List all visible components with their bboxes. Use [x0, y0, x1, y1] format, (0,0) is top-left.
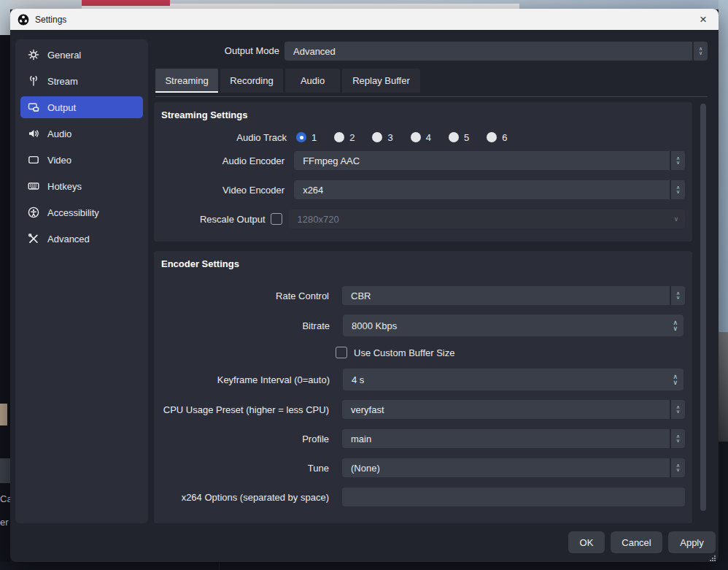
bitrate-row: Bitrate 8000 Kbps ∧ ∨: [161, 315, 685, 336]
sidebar-item-label: Hotkeys: [47, 181, 82, 192]
audio-encoder-row: Audio Encoder FFmpeg AAC ∧ ∨: [161, 151, 685, 170]
chevron-up-down-icon[interactable]: ∧ ∨: [670, 286, 685, 305]
radio-audio-track-1[interactable]: [296, 132, 306, 142]
tab-recording[interactable]: Recording: [220, 69, 283, 93]
video-encoder-value: x264: [294, 180, 670, 199]
resize-grip[interactable]: [708, 552, 716, 560]
bitrate-value: 8000 Kbps: [352, 320, 397, 331]
chevron-down-icon: ∨: [676, 409, 680, 414]
x264-options-input[interactable]: [342, 488, 685, 507]
titlebar[interactable]: Settings ×: [10, 9, 719, 30]
keyframe-interval-spinbox[interactable]: 4 s ∧ ∨: [343, 369, 684, 390]
radio-audio-track-4[interactable]: [411, 132, 421, 142]
profile-value: main: [342, 429, 670, 448]
background-left-detail: [0, 404, 7, 425]
spinner-arrows[interactable]: ∧ ∨: [673, 315, 678, 336]
rescale-resolution-value: 1280x720: [289, 209, 667, 228]
cpu-preset-select[interactable]: veryfast ∧ ∨: [342, 400, 685, 419]
profile-row: Profile main ∧ ∨: [161, 429, 685, 448]
antenna-icon: [28, 75, 39, 87]
accessibility-icon: [28, 207, 39, 218]
radio-audio-track-5[interactable]: [449, 132, 459, 142]
chevron-up-down-icon[interactable]: ∧ ∨: [692, 42, 708, 61]
cpu-preset-value: veryfast: [342, 400, 670, 419]
rate-control-select[interactable]: CBR ∧ ∨: [342, 286, 685, 305]
output-mode-value: Advanced: [284, 42, 692, 61]
radio-label: 2: [349, 132, 355, 143]
cancel-button[interactable]: Cancel: [611, 531, 662, 553]
rate-control-value: CBR: [342, 286, 670, 305]
use-custom-buffer-checkbox[interactable]: [336, 347, 347, 358]
chevron-up-down-icon[interactable]: ∧ ∨: [670, 151, 685, 170]
encoder-settings-panel: Encoder Settings Rate Control CBR ∧ ∨ Bi…: [154, 251, 692, 523]
tune-row: Tune (None) ∧ ∨: [161, 458, 685, 477]
section-title: Streaming Settings: [161, 109, 685, 124]
radio-label: 3: [387, 132, 392, 143]
audio-track-radio-group: 1 2 3 4 5 6: [296, 132, 524, 143]
sidebar-item-label: Stream: [47, 76, 78, 87]
profile-select[interactable]: main ∧ ∨: [342, 429, 685, 448]
rescale-resolution-select: 1280x720 ∨: [289, 209, 685, 228]
radio-audio-track-6[interactable]: [487, 132, 497, 142]
sidebar-item-general[interactable]: General: [20, 44, 143, 66]
x264-options-row: x264 Options (separated by space): [161, 488, 685, 507]
spinner-arrows[interactable]: ∧ ∨: [673, 369, 678, 390]
screen-share-icon: [28, 101, 39, 113]
bitrate-label: Bitrate: [161, 320, 330, 331]
sidebar-item-advanced[interactable]: Advanced: [20, 228, 143, 250]
desktop-sky-left: [0, 0, 10, 35]
chevron-up-down-icon[interactable]: ∧ ∨: [670, 458, 685, 477]
radio-audio-track-2[interactable]: [334, 132, 344, 142]
keyframe-interval-row: Keyframe Interval (0=auto) 4 s ∧ ∨: [161, 369, 685, 390]
section-title: Encoder Settings: [161, 258, 685, 273]
x264-options-label: x264 Options (separated by space): [161, 492, 329, 503]
output-tabs: Streaming Recording Audio Replay Buffer: [155, 69, 420, 93]
radio-label: 1: [311, 132, 317, 143]
sidebar-item-hotkeys[interactable]: Hotkeys: [20, 175, 143, 197]
sidebar-item-output[interactable]: Output: [20, 96, 143, 118]
background-text-fragment: er: [0, 517, 9, 528]
background-right-detail: [719, 332, 728, 442]
video-encoder-select[interactable]: x264 ∧ ∨: [294, 180, 685, 199]
apply-button[interactable]: Apply: [668, 531, 716, 553]
chevron-down-icon: ∨: [699, 51, 702, 55]
audio-track-row: Audio Track 1 2 3 4 5 6: [161, 128, 685, 146]
ok-button[interactable]: OK: [568, 531, 605, 553]
cpu-preset-label: CPU Usage Preset (higher = less CPU): [161, 404, 329, 415]
tab-audio[interactable]: Audio: [285, 69, 340, 93]
sidebar-item-stream[interactable]: Stream: [20, 70, 143, 92]
rescale-output-checkbox[interactable]: [271, 213, 282, 225]
tune-select[interactable]: (None) ∧ ∨: [342, 458, 685, 477]
gear-icon: [28, 49, 39, 61]
radio-audio-track-3[interactable]: [372, 132, 382, 142]
settings-sidebar: General Stream Output Audio Video: [15, 39, 148, 523]
scrollbar-thumb[interactable]: [700, 104, 706, 511]
tab-streaming[interactable]: Streaming: [155, 69, 218, 93]
cpu-preset-row: CPU Usage Preset (higher = less CPU) ver…: [161, 400, 685, 419]
audio-encoder-select[interactable]: FFmpeg AAC ∧ ∨: [294, 151, 685, 170]
desktop-sky-right: [719, 0, 728, 332]
keyboard-icon: [28, 180, 39, 192]
chevron-down-icon: ∨: [676, 296, 680, 300]
custom-buffer-row: Use Custom Buffer Size: [161, 347, 685, 358]
use-custom-buffer-label: Use Custom Buffer Size: [354, 347, 454, 358]
sidebar-item-label: Accessibility: [47, 207, 99, 218]
chevron-up-down-icon[interactable]: ∧ ∨: [670, 429, 685, 448]
tune-label: Tune: [161, 463, 329, 474]
close-icon[interactable]: ×: [695, 13, 711, 26]
bitrate-spinbox[interactable]: 8000 Kbps ∧ ∨: [343, 315, 684, 336]
output-mode-select[interactable]: Advanced ∧ ∨: [284, 42, 708, 61]
speaker-icon: [28, 128, 39, 139]
sidebar-item-accessibility[interactable]: Accessibility: [20, 201, 143, 223]
sidebar-item-audio[interactable]: Audio: [20, 123, 143, 145]
tab-separator: [155, 96, 708, 97]
tune-value: (None): [342, 458, 670, 477]
rate-control-row: Rate Control CBR ∧ ∨: [161, 286, 685, 305]
sidebar-item-video[interactable]: Video: [20, 149, 143, 171]
chevron-down-icon: ∨: [673, 380, 678, 385]
chevron-up-down-icon[interactable]: ∧ ∨: [670, 180, 685, 199]
chevron-up-down-icon[interactable]: ∧ ∨: [670, 400, 685, 419]
tab-replay-buffer[interactable]: Replay Buffer: [342, 69, 420, 93]
rescale-output-row: Rescale Output 1280x720 ∨: [161, 209, 685, 228]
streaming-settings-panel: Streaming Settings Audio Track 1 2 3 4 5…: [154, 102, 692, 242]
